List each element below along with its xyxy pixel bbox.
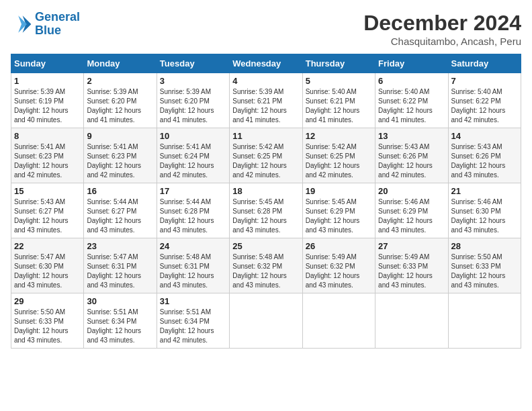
day-info: Sunrise: 5:46 AM Sunset: 6:29 PM Dayligh… xyxy=(378,197,445,235)
day-info: Sunrise: 5:49 AM Sunset: 6:32 PM Dayligh… xyxy=(306,253,372,290)
day-number: 19 xyxy=(306,186,372,196)
day-info: Sunrise: 5:51 AM Sunset: 6:34 PM Dayligh… xyxy=(160,308,226,345)
month-title: December 2024 xyxy=(363,11,521,36)
day-info: Sunrise: 5:47 AM Sunset: 6:31 PM Dayligh… xyxy=(87,253,153,290)
day-cell: 30 Sunrise: 5:51 AM Sunset: 6:34 PM Dayl… xyxy=(84,293,157,349)
day-number: 14 xyxy=(451,131,518,141)
day-number: 20 xyxy=(378,186,445,196)
day-number: 10 xyxy=(160,131,226,141)
day-info: Sunrise: 5:47 AM Sunset: 6:30 PM Dayligh… xyxy=(14,253,81,290)
day-cell: 17 Sunrise: 5:44 AM Sunset: 6:28 PM Dayl… xyxy=(157,183,229,238)
day-number: 16 xyxy=(87,186,153,196)
day-info: Sunrise: 5:39 AM Sunset: 6:19 PM Dayligh… xyxy=(14,87,81,125)
day-number: 3 xyxy=(160,76,226,86)
day-number: 26 xyxy=(306,241,372,251)
day-info: Sunrise: 5:42 AM Sunset: 6:25 PM Dayligh… xyxy=(306,142,372,180)
day-cell: 29 Sunrise: 5:50 AM Sunset: 6:33 PM Dayl… xyxy=(11,293,84,349)
day-info: Sunrise: 5:49 AM Sunset: 6:33 PM Dayligh… xyxy=(378,253,445,290)
day-cell: 31 Sunrise: 5:51 AM Sunset: 6:34 PM Dayl… xyxy=(157,293,229,349)
day-number: 24 xyxy=(160,241,226,251)
empty-cell xyxy=(230,293,302,349)
day-info: Sunrise: 5:41 AM Sunset: 6:23 PM Dayligh… xyxy=(87,142,153,180)
header-friday: Friday xyxy=(375,54,448,73)
day-info: Sunrise: 5:43 AM Sunset: 6:26 PM Dayligh… xyxy=(378,142,445,180)
logo-icon xyxy=(11,13,32,35)
day-number: 21 xyxy=(451,186,518,196)
logo-line1: General xyxy=(35,10,80,24)
day-cell: 19 Sunrise: 5:45 AM Sunset: 6:29 PM Dayl… xyxy=(302,183,375,238)
day-info: Sunrise: 5:45 AM Sunset: 6:28 PM Dayligh… xyxy=(232,197,299,235)
title-area: December 2024 Chasquitambo, Ancash, Peru xyxy=(363,11,521,47)
day-cell: 8 Sunrise: 5:41 AM Sunset: 6:23 PM Dayli… xyxy=(11,128,84,183)
header-saturday: Saturday xyxy=(448,54,521,73)
day-number: 2 xyxy=(87,76,153,86)
day-cell: 5 Sunrise: 5:40 AM Sunset: 6:21 PM Dayli… xyxy=(302,73,375,128)
day-info: Sunrise: 5:44 AM Sunset: 6:27 PM Dayligh… xyxy=(87,197,153,235)
calendar-row: 1 Sunrise: 5:39 AM Sunset: 6:19 PM Dayli… xyxy=(11,73,521,128)
day-number: 8 xyxy=(14,131,81,141)
day-info: Sunrise: 5:40 AM Sunset: 6:21 PM Dayligh… xyxy=(306,87,372,125)
header-tuesday: Tuesday xyxy=(157,54,229,73)
day-cell: 9 Sunrise: 5:41 AM Sunset: 6:23 PM Dayli… xyxy=(84,128,157,183)
day-cell: 27 Sunrise: 5:49 AM Sunset: 6:33 PM Dayl… xyxy=(375,238,448,293)
day-info: Sunrise: 5:43 AM Sunset: 6:26 PM Dayligh… xyxy=(451,142,518,180)
day-cell: 25 Sunrise: 5:48 AM Sunset: 6:32 PM Dayl… xyxy=(230,238,302,293)
header-monday: Monday xyxy=(84,54,157,73)
day-info: Sunrise: 5:48 AM Sunset: 6:31 PM Dayligh… xyxy=(160,253,226,290)
day-number: 6 xyxy=(378,76,445,86)
day-cell: 23 Sunrise: 5:47 AM Sunset: 6:31 PM Dayl… xyxy=(84,238,157,293)
header-thursday: Thursday xyxy=(302,54,375,73)
day-info: Sunrise: 5:39 AM Sunset: 6:20 PM Dayligh… xyxy=(160,87,226,125)
header-wednesday: Wednesday xyxy=(230,54,302,73)
day-cell: 20 Sunrise: 5:46 AM Sunset: 6:29 PM Dayl… xyxy=(375,183,448,238)
day-info: Sunrise: 5:39 AM Sunset: 6:20 PM Dayligh… xyxy=(87,87,153,125)
day-info: Sunrise: 5:43 AM Sunset: 6:27 PM Dayligh… xyxy=(14,197,81,235)
day-info: Sunrise: 5:40 AM Sunset: 6:22 PM Dayligh… xyxy=(378,87,445,125)
calendar-table: Sunday Monday Tuesday Wednesday Thursday… xyxy=(11,54,521,349)
empty-cell xyxy=(448,293,521,349)
day-info: Sunrise: 5:42 AM Sunset: 6:25 PM Dayligh… xyxy=(232,142,299,180)
logo-line2: Blue xyxy=(35,24,61,37)
day-number: 29 xyxy=(14,296,81,306)
day-number: 1 xyxy=(14,76,81,86)
calendar-header-row: Sunday Monday Tuesday Wednesday Thursday… xyxy=(11,54,521,73)
day-info: Sunrise: 5:50 AM Sunset: 6:33 PM Dayligh… xyxy=(14,308,81,345)
day-info: Sunrise: 5:44 AM Sunset: 6:28 PM Dayligh… xyxy=(160,197,226,235)
calendar-row: 8 Sunrise: 5:41 AM Sunset: 6:23 PM Dayli… xyxy=(11,128,521,183)
day-number: 22 xyxy=(14,241,81,251)
day-cell: 22 Sunrise: 5:47 AM Sunset: 6:30 PM Dayl… xyxy=(11,238,84,293)
day-info: Sunrise: 5:45 AM Sunset: 6:29 PM Dayligh… xyxy=(306,197,372,235)
day-number: 30 xyxy=(87,296,153,306)
day-info: Sunrise: 5:41 AM Sunset: 6:24 PM Dayligh… xyxy=(160,142,226,180)
day-number: 18 xyxy=(232,186,299,196)
day-number: 25 xyxy=(232,241,299,251)
day-cell: 4 Sunrise: 5:39 AM Sunset: 6:21 PM Dayli… xyxy=(230,73,302,128)
day-number: 11 xyxy=(232,131,299,141)
day-cell: 2 Sunrise: 5:39 AM Sunset: 6:20 PM Dayli… xyxy=(84,73,157,128)
day-info: Sunrise: 5:39 AM Sunset: 6:21 PM Dayligh… xyxy=(232,87,299,125)
day-cell: 10 Sunrise: 5:41 AM Sunset: 6:24 PM Dayl… xyxy=(157,128,229,183)
day-number: 5 xyxy=(306,76,372,86)
day-info: Sunrise: 5:46 AM Sunset: 6:30 PM Dayligh… xyxy=(451,197,518,235)
day-cell: 26 Sunrise: 5:49 AM Sunset: 6:32 PM Dayl… xyxy=(302,238,375,293)
day-cell: 21 Sunrise: 5:46 AM Sunset: 6:30 PM Dayl… xyxy=(448,183,521,238)
day-cell: 16 Sunrise: 5:44 AM Sunset: 6:27 PM Dayl… xyxy=(84,183,157,238)
day-cell: 15 Sunrise: 5:43 AM Sunset: 6:27 PM Dayl… xyxy=(11,183,84,238)
logo: General Blue xyxy=(11,11,80,38)
day-info: Sunrise: 5:50 AM Sunset: 6:33 PM Dayligh… xyxy=(451,253,518,290)
day-cell: 24 Sunrise: 5:48 AM Sunset: 6:31 PM Dayl… xyxy=(157,238,229,293)
day-info: Sunrise: 5:51 AM Sunset: 6:34 PM Dayligh… xyxy=(87,308,153,345)
day-cell: 6 Sunrise: 5:40 AM Sunset: 6:22 PM Dayli… xyxy=(375,73,448,128)
day-cell: 13 Sunrise: 5:43 AM Sunset: 6:26 PM Dayl… xyxy=(375,128,448,183)
day-cell: 18 Sunrise: 5:45 AM Sunset: 6:28 PM Dayl… xyxy=(230,183,302,238)
day-number: 17 xyxy=(160,186,226,196)
day-cell: 28 Sunrise: 5:50 AM Sunset: 6:33 PM Dayl… xyxy=(448,238,521,293)
day-info: Sunrise: 5:41 AM Sunset: 6:23 PM Dayligh… xyxy=(14,142,81,180)
location-title: Chasquitambo, Ancash, Peru xyxy=(363,36,521,47)
calendar-row: 22 Sunrise: 5:47 AM Sunset: 6:30 PM Dayl… xyxy=(11,238,521,293)
empty-cell xyxy=(302,293,375,349)
day-number: 31 xyxy=(160,296,226,306)
calendar-row: 15 Sunrise: 5:43 AM Sunset: 6:27 PM Dayl… xyxy=(11,183,521,238)
logo-text: General Blue xyxy=(35,11,80,38)
day-cell: 3 Sunrise: 5:39 AM Sunset: 6:20 PM Dayli… xyxy=(157,73,229,128)
